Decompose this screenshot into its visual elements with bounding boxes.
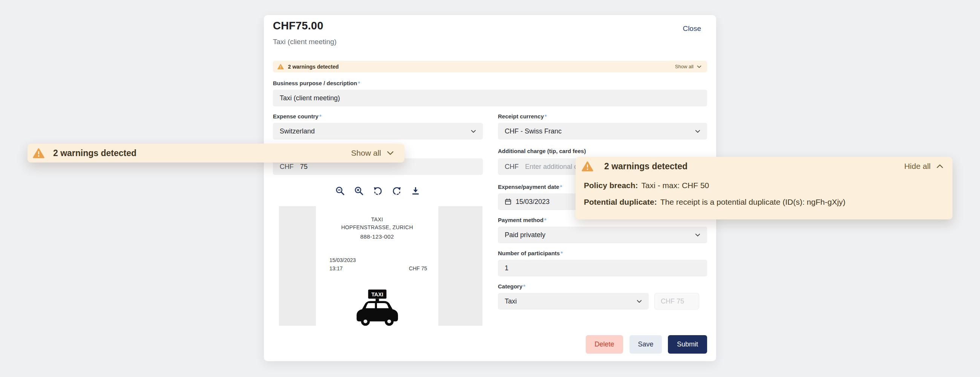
payment-method-label: Payment method* <box>498 217 547 223</box>
currency-prefix: CHF <box>280 163 294 171</box>
warning-item-text: The receipt is a potential duplicate (ID… <box>660 197 845 207</box>
receipt-paper: TAXI HOPFENSTRASSE, ZURICH 888-123-002 1… <box>316 206 438 326</box>
warning-item-label: Policy breach: <box>584 181 638 190</box>
expense-country-value: Switzerland <box>280 127 315 135</box>
participants-value: 1 <box>505 264 509 272</box>
taxi-sign-text: TAXI <box>371 291 383 297</box>
warning-triangle-icon <box>582 161 593 172</box>
warnings-header: 2 warnings detected Hide all <box>582 159 943 173</box>
receipt-currency-value: CHF - Swiss Franc <box>505 127 562 135</box>
download-icon[interactable] <box>410 186 421 196</box>
calendar-icon <box>505 198 511 205</box>
expense-date-label: Expense/payment date* <box>498 184 562 190</box>
business-purpose-input[interactable]: Taxi (client meeting) <box>273 90 707 106</box>
expense-date-value: 15/03/2023 <box>515 198 550 206</box>
rotate-left-icon[interactable] <box>373 186 383 196</box>
receipt-currency-label: Receipt currency* <box>498 113 547 119</box>
warnings-callout-collapsed: 2 warnings detected Show all <box>27 144 404 162</box>
category-select[interactable]: Taxi <box>498 293 649 310</box>
expense-country-select[interactable]: Switzerland <box>273 123 483 140</box>
submit-button[interactable]: Submit <box>668 335 707 354</box>
participants-label: Number of participants* <box>498 250 563 256</box>
receipt-address: HOPFENSTRASSE, ZURICH <box>316 224 438 231</box>
warnings-callout-expanded: 2 warnings detected Hide all Policy brea… <box>576 157 953 220</box>
warning-triangle-icon <box>277 64 284 70</box>
receipt-phone: 888-123-002 <box>316 233 438 240</box>
rotate-right-icon[interactable] <box>391 186 402 196</box>
receipt-toolbar <box>273 186 483 196</box>
warnings-callout-text: 2 warnings detected <box>53 148 137 158</box>
category-amount-hint: CHF 75 <box>654 293 699 310</box>
close-button[interactable]: Close <box>682 24 701 33</box>
chevron-up-icon <box>936 164 943 169</box>
category-value: Taxi <box>505 297 517 305</box>
receipt-time: 13:17 <box>329 266 343 272</box>
receipt-preview: TAXI HOPFENSTRASSE, ZURICH 888-123-002 1… <box>279 206 482 326</box>
receipt-meta: 15/03/2023 13:17 CHF 75 <box>316 257 438 272</box>
taxi-illustration: TAXI <box>352 290 402 326</box>
hide-all-label: Hide all <box>904 162 931 171</box>
payment-method-value: Paid privately <box>505 231 546 239</box>
receipt-amount: CHF 75 <box>409 266 427 272</box>
category-label: Category* <box>498 283 525 290</box>
participants-input[interactable]: 1 <box>498 260 707 276</box>
hide-all-toggle[interactable]: Hide all <box>904 162 943 171</box>
chevron-down-icon <box>695 233 700 237</box>
delete-button[interactable]: Delete <box>586 335 623 354</box>
receipt-date: 15/03/2023 <box>329 257 427 263</box>
business-purpose-label: Business purpose / description* <box>273 80 360 86</box>
receipt-currency-select[interactable]: CHF - Swiss Franc <box>498 123 707 140</box>
expense-country-label: Expense country* <box>273 113 321 119</box>
warning-item-text: Taxi - max: CHF 50 <box>641 181 710 190</box>
warning-banner-text: 2 warnings detected <box>288 64 339 70</box>
chevron-down-icon <box>471 130 476 133</box>
receipt-amount-value: 75 <box>300 163 307 171</box>
warnings-title: 2 warnings detected <box>604 161 687 172</box>
warning-banner: 2 warnings detected Show all <box>273 61 707 72</box>
zoom-in-icon[interactable] <box>354 186 364 196</box>
warning-item-label: Potential duplicate: <box>584 197 657 207</box>
expense-subtitle: Taxi (client meeting) <box>273 38 337 46</box>
save-button[interactable]: Save <box>630 335 662 354</box>
currency-prefix: CHF <box>505 163 519 171</box>
warning-item: Potential duplicate: The receipt is a po… <box>582 194 943 210</box>
warning-triangle-icon <box>33 148 45 159</box>
show-all-label: Show all <box>675 64 694 69</box>
receipt-merchant: TAXI <box>316 216 438 223</box>
chevron-down-icon <box>387 151 394 155</box>
show-all-toggle[interactable]: Show all <box>351 148 394 157</box>
zoom-out-icon[interactable] <box>335 186 345 196</box>
additional-charge-label: Additional charge (tip, card fees) <box>498 148 586 154</box>
business-purpose-value: Taxi (client meeting) <box>280 94 340 102</box>
payment-method-select[interactable]: Paid privately <box>498 227 707 243</box>
page-title: CHF75.00 <box>273 20 323 32</box>
warning-item: Policy breach: Taxi - max: CHF 50 <box>582 177 943 194</box>
chevron-down-icon <box>697 65 702 68</box>
show-all-toggle[interactable]: Show all <box>675 64 702 69</box>
chevron-down-icon <box>695 130 700 133</box>
chevron-down-icon <box>636 300 642 303</box>
show-all-label: Show all <box>351 148 381 157</box>
